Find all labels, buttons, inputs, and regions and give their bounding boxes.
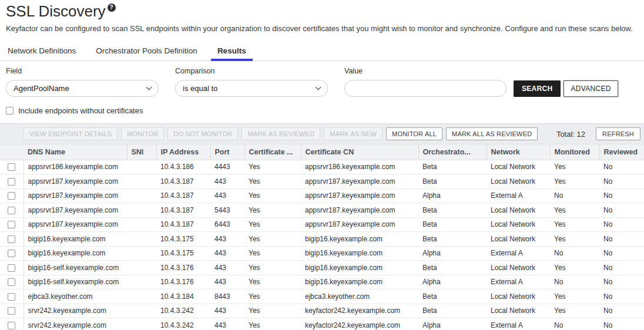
tab-orchestrator-pools-definition[interactable]: Orchestrator Pools Definition xyxy=(89,43,204,60)
cell-dns-name: srvr242.keyexample.com xyxy=(24,304,127,318)
cell-orchestrator-pool: Beta xyxy=(418,160,487,174)
cell-ip-address: 10.4.3.187 xyxy=(156,174,210,189)
header-certificate-cn[interactable]: Certificate CN xyxy=(301,144,418,160)
cell-certificate-found: Yes xyxy=(244,174,301,189)
cell-ip-address: 10.4.3.242 xyxy=(156,318,210,330)
header-dns-name[interactable]: DNS Name xyxy=(24,144,127,160)
row-checkbox-cell xyxy=(0,318,24,330)
cell-ip-address: 10.4.3.186 xyxy=(156,160,210,174)
comparison-label: Comparison xyxy=(175,67,328,75)
cell-reviewed: No xyxy=(599,246,644,261)
cell-certificate-cn: appsrvr186.keyexample.com xyxy=(301,160,418,174)
refresh-button[interactable]: REFRESH xyxy=(596,127,640,140)
cell-reviewed: No xyxy=(599,174,644,189)
mark-as-new-button[interactable]: MARK AS NEW xyxy=(324,127,383,140)
mark-all-as-reviewed-button[interactable]: MARK ALL AS REVIEWED xyxy=(446,127,538,140)
cell-certificate-found: Yes xyxy=(244,289,301,304)
table-row[interactable]: bigip16.keyexample.com10.4.3.175443Yesbi… xyxy=(0,246,644,261)
table-row[interactable]: srvr242.keyexample.com10.4.3.242443Yeske… xyxy=(0,304,644,318)
cell-port: 6443 xyxy=(210,217,244,232)
table-row[interactable]: bigip16-self.keyexample.com10.4.3.176443… xyxy=(0,275,644,289)
cell-certificate-found: Yes xyxy=(244,188,301,203)
cell-certificate-cn: appsrvr187.keyexample.com xyxy=(301,203,418,218)
field-select[interactable]: AgentPoolName xyxy=(6,80,159,97)
tab-network-definitions[interactable]: Network Definitions xyxy=(1,43,82,60)
table-row[interactable]: bigip16.keyexample.com10.4.3.175443Yesbi… xyxy=(0,232,644,247)
row-checkbox[interactable] xyxy=(8,264,15,272)
row-checkbox[interactable] xyxy=(8,163,15,171)
search-button[interactable]: SEARCH xyxy=(514,80,561,97)
header-certificate-found[interactable]: Certificate ... xyxy=(244,144,301,160)
cell-dns-name: appsrvr186.keyexample.com xyxy=(24,160,127,174)
cell-network: Local Network xyxy=(487,217,550,232)
table-row[interactable]: appsrvr186.keyexample.com10.4.3.1864443Y… xyxy=(0,160,644,174)
cell-certificate-cn: appsrvr187.keyexample.com xyxy=(301,217,418,232)
row-checkbox[interactable] xyxy=(8,293,15,301)
cell-certificate-cn: keyfactor242.keyexample.com xyxy=(301,318,418,330)
advanced-button[interactable]: ADVANCED xyxy=(564,80,618,97)
mark-as-reviewed-button[interactable]: MARK AS REVIEWED xyxy=(242,127,320,140)
cell-port: 443 xyxy=(210,174,244,189)
field-label: Field xyxy=(6,67,159,75)
cell-certificate-cn: bigip16.keyexample.com xyxy=(301,275,418,289)
monitor-all-button[interactable]: MONITOR ALL xyxy=(386,127,442,140)
row-checkbox-cell xyxy=(0,174,24,189)
cell-ip-address: 10.4.3.175 xyxy=(156,246,210,261)
ssl-discovery-page: SSL Discovery ? Keyfactor can be configu… xyxy=(0,0,644,330)
monitor-button[interactable]: MONITOR xyxy=(121,127,164,140)
header-reviewed[interactable]: Reviewed xyxy=(599,144,644,160)
include-endpoints-checkbox[interactable] xyxy=(6,107,14,115)
table-row[interactable]: appsrvr187.keyexample.com10.4.3.187443Ye… xyxy=(0,188,644,203)
row-checkbox[interactable] xyxy=(8,221,15,228)
row-checkbox[interactable] xyxy=(8,207,15,214)
header-checkbox-column xyxy=(0,144,24,160)
cell-port: 443 xyxy=(210,188,244,203)
cell-certificate-cn: bigip16.keyexample.com xyxy=(301,261,418,275)
cell-certificate-found: Yes xyxy=(244,217,301,232)
header-port[interactable]: Port xyxy=(210,144,244,160)
cell-dns-name: appsrvr187.keyexample.com xyxy=(24,188,127,203)
row-checkbox[interactable] xyxy=(8,250,15,257)
cell-ip-address: 10.4.3.187 xyxy=(156,203,210,218)
header-network[interactable]: Network xyxy=(487,144,550,160)
cell-ip-address: 10.4.3.175 xyxy=(156,232,210,247)
cell-certificate-cn: bigip16.keyexample.com xyxy=(301,246,418,261)
cell-port: 443 xyxy=(210,261,244,275)
view-endpoint-details-button[interactable]: VIEW ENDPOINT DETAILS xyxy=(24,127,118,140)
row-checkbox[interactable] xyxy=(8,178,15,186)
header-sni[interactable]: SNI xyxy=(127,144,156,160)
row-checkbox[interactable] xyxy=(8,278,15,286)
header-monitored[interactable]: Monitored xyxy=(550,144,599,160)
row-checkbox[interactable] xyxy=(8,307,15,315)
cell-port: 8443 xyxy=(210,289,244,304)
table-row[interactable]: appsrvr187.keyexample.com10.4.3.187443Ye… xyxy=(0,174,644,189)
table-row[interactable]: appsrvr187.keyexample.com10.4.3.1875443Y… xyxy=(0,203,644,218)
help-icon[interactable]: ? xyxy=(108,4,116,12)
table-row[interactable]: ejbca3.keyother.com10.4.3.1848443Yesejbc… xyxy=(0,289,644,304)
row-checkbox-cell xyxy=(0,203,24,218)
cell-certificate-found: Yes xyxy=(244,275,301,289)
cell-reviewed: No xyxy=(599,318,644,330)
cell-ip-address: 10.4.3.176 xyxy=(156,261,210,275)
do-not-monitor-button[interactable]: DO NOT MONITOR xyxy=(167,127,238,140)
cell-dns-name: ejbca3.keyother.com xyxy=(24,289,127,304)
include-endpoints-label: Include endpoints without certificates xyxy=(18,106,143,115)
cell-sni xyxy=(127,275,156,289)
table-row[interactable]: srvr242.keyexample.com10.4.3.242443Yeske… xyxy=(0,318,644,330)
cell-monitored: Yes xyxy=(550,304,599,318)
value-input[interactable] xyxy=(344,80,507,97)
tab-results[interactable]: Results xyxy=(211,43,253,60)
header-orchestrator-pool[interactable]: Orchestrato... xyxy=(418,144,487,160)
row-checkbox[interactable] xyxy=(8,235,15,243)
cell-network: Local Network xyxy=(487,160,550,174)
table-row[interactable]: appsrvr187.keyexample.com10.4.3.1876443Y… xyxy=(0,217,644,232)
cell-certificate-cn: ejbca3.keyother.com xyxy=(301,289,418,304)
table-row[interactable]: bigip16-self.keyexample.com10.4.3.176443… xyxy=(0,261,644,275)
cell-reviewed: No xyxy=(599,304,644,318)
comparison-select[interactable]: is equal to xyxy=(175,80,328,97)
header-ip-address[interactable]: IP Address xyxy=(156,144,210,160)
row-checkbox[interactable] xyxy=(8,192,15,200)
cell-reviewed: No xyxy=(599,203,644,218)
cell-reviewed: No xyxy=(599,160,644,174)
row-checkbox[interactable] xyxy=(8,322,15,329)
